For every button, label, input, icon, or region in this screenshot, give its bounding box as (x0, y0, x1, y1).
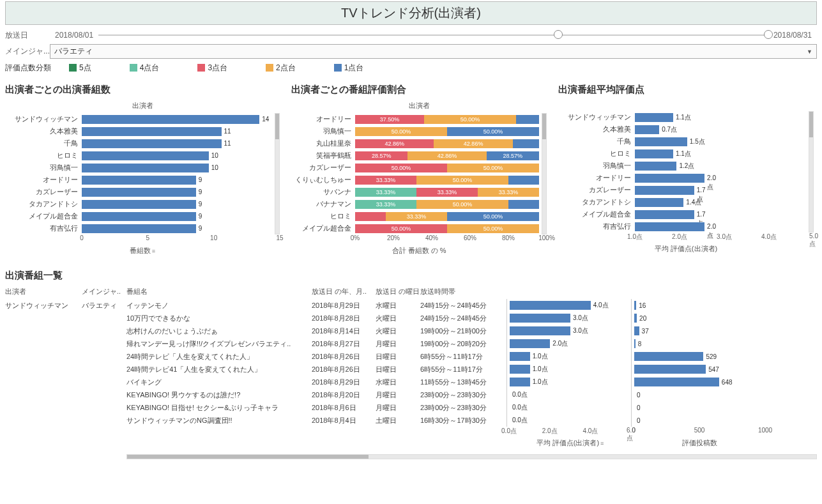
bar-row[interactable]: 千鳥 11 (5, 137, 272, 149)
stacked-bar-row[interactable]: くりぃむしちゅー33.33%50.00% (291, 174, 539, 186)
dropdown-icon: ▼ (807, 49, 812, 55)
table-posts-axis-label: 評価投稿数 (682, 438, 717, 448)
date-range-slider[interactable]: 2018/08/01 2018/08/31 (50, 29, 817, 42)
legend-item[interactable]: 2点台 (266, 63, 296, 72)
bar-row[interactable]: 久本雅美 11 (5, 125, 272, 137)
chart1-scrollbar[interactable] (275, 113, 280, 234)
col-time[interactable]: 放送時間帯 (420, 287, 506, 296)
bar-row[interactable]: ヒロミ 1.1点 (558, 148, 806, 160)
stacked-bar-row[interactable]: 笑福亭鶴瓶28.57%42.86%28.57% (291, 149, 539, 162)
col-performer[interactable]: 出演者 (5, 287, 82, 296)
sort-desc-icon[interactable]: ≡ (600, 440, 604, 447)
table-row[interactable]: サンドウィッチマンのNG調査団!! 2018年8月4日 土曜日 16時30分～1… (5, 414, 817, 427)
chart1-ylabel: 出演者 (5, 101, 280, 111)
chart2-scrollbar[interactable] (542, 113, 547, 234)
bar-row[interactable]: メイプル超合金 1.7点 (558, 208, 806, 220)
chart1-title: 出演者ごとの出演番組数 (5, 84, 280, 96)
bar-row[interactable]: メイプル超合金 9 (5, 210, 272, 222)
table-title: 出演番組一覧 (5, 270, 817, 282)
stacked-bar-row[interactable]: メイプル超合金50.00%50.00% (291, 222, 539, 234)
table-row[interactable]: KEYABINGO! 目指せ! セクシー&ぶりっ子キャラ 2018年8月6日 月… (5, 401, 817, 414)
chart3-xlabel: 平均 評価点(出演者) (558, 244, 814, 254)
genre-select[interactable]: バラエティ ▼ (50, 44, 817, 59)
bar-row[interactable]: オードリー 2.0点 (558, 172, 806, 184)
bar-row[interactable]: 羽鳥慎一 1.2点 (558, 160, 806, 172)
legend-item[interactable]: 1点台 (334, 63, 364, 72)
table-row[interactable]: 24時間テレビ41「人生を変えてくれた人」 2018年8月26日 日曜日 6時5… (5, 363, 817, 376)
stacked-bar-row[interactable]: バナナマン33.33%50.00% (291, 198, 539, 210)
bar-row[interactable]: カズレーザー 9 (5, 186, 272, 198)
broadcast-date-label: 放送日 (5, 30, 50, 41)
table-rating-axis-label: 平均 評価点(出演者)≡ (537, 438, 604, 448)
chart2-xlabel: 合計 番組数 の % (291, 246, 547, 256)
stacked-bar-row[interactable]: 羽鳥慎一50.00%50.00% (291, 125, 539, 137)
slider-handle-start[interactable] (554, 30, 563, 39)
table-row[interactable]: 24時間テレビ「人生を変えてくれた人」 2018年8月26日 日曜日 6時55分… (5, 350, 817, 363)
legend-item[interactable]: 3点台 (197, 63, 227, 72)
bar-row[interactable]: サンドウィッチマン 1.1点 (558, 111, 806, 123)
table-header: 出演者 メインジャ.. 番組名 放送日 の年、月.. 放送日 の曜日 放送時間帯 (5, 287, 817, 296)
panel-program-count: 出演者ごとの出演番組数 出演者 サンドウィッチマン 14久本雅美 11千鳥 11… (5, 80, 280, 258)
table-row[interactable]: バイキング 2018年8月29日 水曜日 11時55分～13時45分 1.0点 … (5, 376, 817, 388)
sort-desc-icon[interactable]: ≡ (152, 248, 155, 254)
slider-handle-end[interactable] (764, 30, 773, 39)
col-date[interactable]: 放送日 の年、月.. (312, 287, 376, 296)
slider-track[interactable] (98, 34, 768, 36)
panel-rating-ratio: 出演者ごとの番組評価割合 出演者 オードリー37.50%50.00%羽鳥慎一50… (291, 80, 547, 258)
col-program[interactable]: 番組名 (126, 287, 312, 296)
chart3-title: 出演番組平均評価点 (558, 84, 814, 96)
table-row[interactable]: サンドウィッチマン バラエティ イッテンモノ 2018年8月29日 水曜日 24… (5, 299, 817, 312)
bar-row[interactable]: ヒロミ 10 (5, 149, 272, 162)
bar-row[interactable]: 千鳥 1.5点 (558, 135, 806, 148)
program-table-section: 出演番組一覧 出演者 メインジャ.. 番組名 放送日 の年、月.. 放送日 の曜… (5, 270, 817, 459)
stacked-bar-row[interactable]: オードリー37.50%50.00% (291, 113, 539, 125)
legend-item[interactable]: 4点台 (130, 63, 160, 72)
genre-value: バラエティ (54, 46, 93, 57)
legend-item[interactable]: 5点 (69, 63, 91, 72)
bar-row[interactable]: 有吉弘行 9 (5, 222, 272, 234)
chart3-scrollbar[interactable] (809, 111, 814, 233)
genre-filter-row: メインジャ... バラエティ ▼ (5, 44, 817, 59)
stacked-bar-row[interactable]: サバンナ33.33%33.33%33.33% (291, 186, 539, 198)
stacked-bar-row[interactable]: 丸山桂里奈42.86%42.86% (291, 137, 539, 149)
chart1-xlabel: 番組数≡ (5, 246, 280, 256)
genre-label: メインジャ... (5, 46, 50, 57)
page-title: TVトレンド分析(出演者) (5, 1, 817, 25)
bar-row[interactable]: タカアンドトシ 9 (5, 198, 272, 210)
chart2-title: 出演者ごとの番組評価割合 (291, 84, 547, 96)
chart2-ylabel: 出演者 (291, 101, 547, 111)
date-start: 2018/08/01 (55, 31, 93, 40)
date-end: 2018/08/31 (773, 31, 812, 40)
table-row[interactable]: 帰れマンデー見っけ隊!!/クイズプレゼンバラエティ.. 2018年8月27日 月… (5, 337, 817, 350)
rating-legend: 評価点数分類 5点4点台3点台2点台1点台 (5, 63, 817, 73)
date-filter-row: 放送日 2018/08/01 2018/08/31 (5, 29, 817, 42)
stacked-bar-row[interactable]: ヒロミ33.33%50.00% (291, 210, 539, 222)
table-hscroll[interactable] (126, 454, 817, 459)
stacked-bar-row[interactable]: カズレーザー50.00%50.00% (291, 162, 539, 174)
table-row[interactable]: 志村けんのだいじょうぶだぁ 2018年8月14日 火曜日 19時00分～21時0… (5, 325, 817, 337)
table-row[interactable]: 10万円でできるかな 2018年8月28日 火曜日 24時15分～24時45分 … (5, 312, 817, 325)
col-genre[interactable]: メインジャ.. (82, 287, 126, 296)
bar-row[interactable]: タカアンドトシ 1.4点 (558, 196, 806, 208)
legend-label: 評価点数分類 (5, 63, 51, 73)
bar-row[interactable]: サンドウィッチマン 14 (5, 113, 272, 125)
bar-row[interactable]: 羽鳥慎一 10 (5, 162, 272, 174)
bar-row[interactable]: カズレーザー 1.7点 (558, 184, 806, 196)
table-row[interactable]: KEYABINGO! 男ウケするのは誰だ!? 2018年8月20日 月曜日 23… (5, 388, 817, 401)
bar-row[interactable]: オードリー 9 (5, 174, 272, 186)
bar-row[interactable]: 久本雅美 0.7点 (558, 123, 806, 135)
col-dow[interactable]: 放送日 の曜日 (376, 287, 420, 296)
bar-row[interactable]: 有吉弘行 2.0点 (558, 220, 806, 233)
panel-avg-rating: 出演番組平均評価点 サンドウィッチマン 1.1点久本雅美 0.7点千鳥 1.5点… (558, 80, 814, 258)
